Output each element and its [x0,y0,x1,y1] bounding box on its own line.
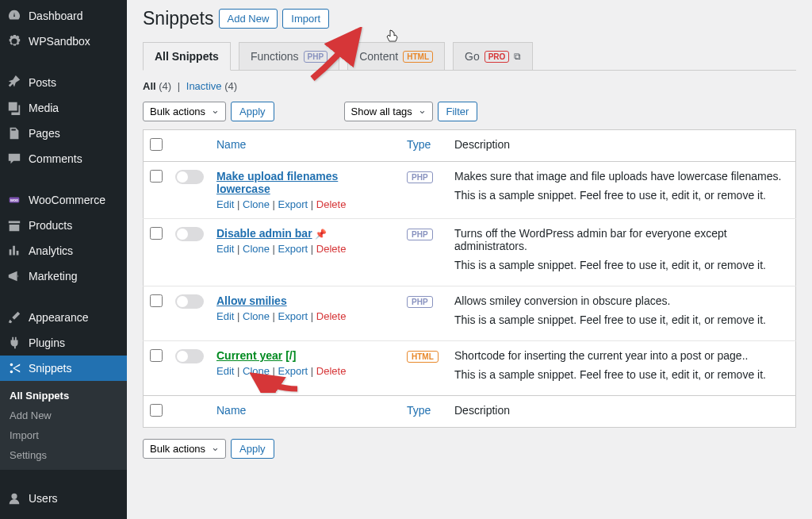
sidebar-item-label: Pages [29,127,60,140]
add-new-button[interactable]: Add New [219,9,278,29]
pin-icon [6,75,22,90]
pin-icon: 📌 [315,229,327,240]
filter-all[interactable]: All (4) [143,80,171,92]
sidebar-sub-settings[interactable]: Settings [0,445,127,465]
sidebar-item-label: Users [29,492,58,505]
column-type-bottom[interactable]: Type [400,396,448,428]
sidebar-item-label: WooCommerce [29,194,105,206]
media-icon [6,100,22,116]
edit-link[interactable]: Edit [216,198,234,210]
bulk-actions-select-bottom[interactable]: Bulk actions [143,439,226,459]
column-name-bottom[interactable]: Name [210,396,400,428]
row-checkbox[interactable] [150,227,163,240]
toggle-switch[interactable] [175,227,204,241]
export-link[interactable]: Export [278,365,308,377]
sidebar-item-marketing[interactable]: Marketing [0,263,127,289]
sidebar-item-dashboard[interactable]: Dashboard [0,3,127,29]
sidebar-item-label: Analytics [29,244,73,257]
comment-icon [6,151,22,167]
sidebar-sub-all-snippets[interactable]: All Snippets [0,386,127,406]
export-link[interactable]: Export [278,198,308,210]
type-badge: PHP [407,171,433,183]
sidebar-item-plugins[interactable]: Plugins [0,330,127,356]
tab-go[interactable]: Go PRO ⧉ [453,42,533,70]
filter-button[interactable]: Filter [438,102,478,121]
tag-filter-select[interactable]: Show all tags [344,102,433,121]
filter-links: All (4) | Inactive (4) [143,80,796,92]
apply-button-bottom[interactable]: Apply [231,439,274,459]
edit-link[interactable]: Edit [216,365,234,377]
edit-link[interactable]: Edit [216,310,234,322]
type-badge: HTML [407,351,439,363]
gear-icon [6,33,22,49]
export-link[interactable]: Export [278,310,308,322]
sidebar-sub-import[interactable]: Import [0,425,127,445]
dashboard-icon [6,8,22,24]
clone-link[interactable]: Clone [243,243,270,255]
sidebar-item-snippets[interactable]: Snippets [0,356,127,381]
column-type[interactable]: Type [400,130,448,162]
snippet-title-link[interactable]: Allow smilies [216,294,287,307]
sidebar-item-label: Media [29,102,59,114]
sidebar-item-label: Posts [29,76,56,89]
delete-link[interactable]: Delete [316,243,347,255]
sidebar-item-media[interactable]: Media [0,95,127,121]
clone-link[interactable]: Clone [243,365,270,377]
row-checkbox[interactable] [150,349,163,362]
svg-text:woo: woo [10,198,18,202]
sidebar-item-woocommerce[interactable]: wooWooCommerce [0,187,127,213]
table-row: Current year [/]Edit | Clone | Export | … [144,341,796,396]
marketing-icon [6,268,22,284]
column-name[interactable]: Name [210,130,400,162]
snippets-table: Name Type Description Make upload filena… [143,129,796,428]
snippet-title-link[interactable]: Disable admin bar [216,227,312,240]
clone-link[interactable]: Clone [243,310,270,322]
description-note: This is a sample snippet. Feel free to u… [454,313,789,326]
apply-button[interactable]: Apply [231,102,274,121]
column-description-bottom: Description [448,396,796,428]
description-note: This is a sample snippet. Feel free to u… [454,368,789,381]
delete-link[interactable]: Delete [316,365,347,377]
toggle-switch[interactable] [175,349,204,363]
sidebar-item-analytics[interactable]: Analytics [0,238,127,263]
select-all-checkbox[interactable] [150,138,163,151]
edit-link[interactable]: Edit [216,243,234,255]
row-checkbox[interactable] [150,170,163,183]
description-line: Allows smiley conversion in obscure plac… [454,294,789,307]
delete-link[interactable]: Delete [316,310,347,322]
sidebar-item-wpsandbox[interactable]: WPSandbox [0,29,127,54]
tab-label: All Snippets [155,50,219,63]
row-checkbox[interactable] [150,294,163,307]
sidebar-item-comments[interactable]: Comments [0,146,127,171]
sidebar-item-label: Comments [29,152,82,165]
bulk-actions-select[interactable]: Bulk actions [143,102,226,121]
filter-inactive[interactable]: Inactive [186,80,222,92]
sidebar-item-label: Dashboard [29,10,83,22]
sidebar-item-pages[interactable]: Pages [0,121,127,146]
sidebar-item-label: Marketing [29,270,77,283]
woo-icon: woo [6,192,22,208]
sidebar-sub-add-new[interactable]: Add New [0,406,127,425]
tab-functions[interactable]: Functions PHP [239,42,339,70]
toggle-switch[interactable] [175,294,204,309]
clone-link[interactable]: Clone [243,198,270,210]
analytics-icon [6,243,22,259]
delete-link[interactable]: Delete [316,198,347,210]
snippet-title-link[interactable]: Current year [216,349,282,362]
sidebar-item-posts[interactable]: Posts [0,70,127,95]
export-link[interactable]: Export [278,243,308,255]
brush-icon [6,309,22,325]
sidebar-item-products[interactable]: Products [0,213,127,238]
sidebar-item-users[interactable]: Users [0,486,127,511]
import-button[interactable]: Import [282,9,329,29]
select-all-checkbox-bottom[interactable] [150,404,163,417]
sidebar-item-appearance[interactable]: Appearance [0,305,127,330]
snippet-title-link[interactable]: Make upload filenames lowercase [216,170,338,195]
main-content: Snippets Add New Import All SnippetsFunc… [127,0,812,519]
type-badge: PHP [407,229,433,240]
tab-label: Functions [251,50,299,63]
tab-all-snippets[interactable]: All Snippets [143,42,231,71]
pages-icon [6,125,22,141]
description-line: Turns off the WordPress admin bar for ev… [454,227,789,252]
toggle-switch[interactable] [175,170,204,184]
